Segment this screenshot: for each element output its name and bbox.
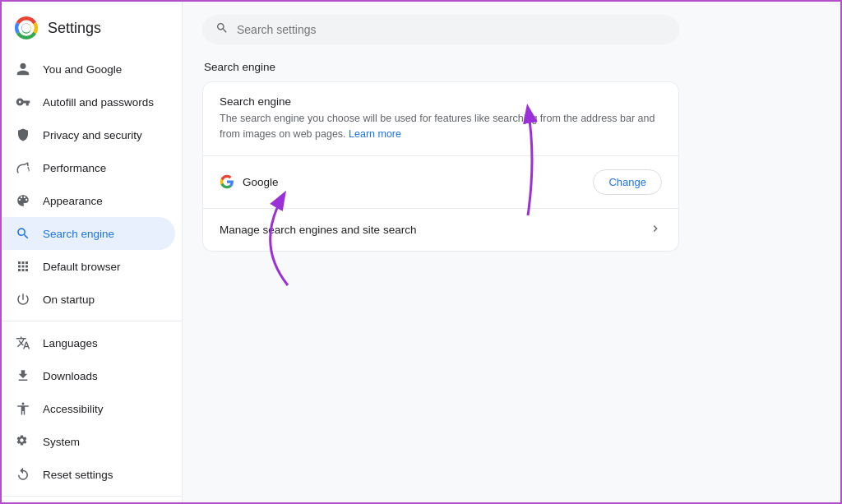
manage-label: Manage search engines and site search (220, 224, 416, 236)
sidebar: Settings You and Google Autofill and pas… (2, 2, 183, 502)
google-g-icon (220, 174, 234, 189)
sidebar-divider-2 (2, 496, 182, 497)
chrome-logo-icon (15, 16, 38, 39)
download-icon (15, 368, 31, 384)
card-section-title: Search engine (220, 95, 662, 108)
sidebar-label-performance: Performance (43, 162, 106, 174)
search-bar (202, 15, 679, 44)
sidebar-item-on-startup[interactable]: On startup (2, 283, 175, 316)
app-title: Settings (48, 20, 101, 37)
search-engine-card: Search engine The search engine you choo… (202, 81, 679, 252)
sidebar-label-on-startup: On startup (43, 294, 95, 306)
sidebar-label-search-engine: Search engine (43, 228, 114, 240)
engine-name: Google (243, 176, 279, 188)
sidebar-item-languages[interactable]: Languages (2, 326, 175, 359)
appearance-icon (15, 192, 31, 209)
card-engine-row: Google Change (220, 169, 662, 195)
sidebar-label-autofill: Autofill and passwords (43, 96, 154, 109)
sidebar-item-search-engine[interactable]: Search engine (2, 217, 175, 250)
card-desc-text: The search engine you choose will be use… (220, 113, 655, 140)
sidebar-item-system[interactable]: System (2, 425, 175, 458)
sidebar-label-reset-settings: Reset settings (43, 469, 113, 481)
sidebar-item-appearance[interactable]: Appearance (2, 184, 175, 217)
sidebar-item-you-and-google[interactable]: You and Google (2, 53, 175, 86)
card-manage-section[interactable]: Manage search engines and site search (203, 208, 678, 251)
refresh-icon (15, 466, 31, 483)
search-bar-container (202, 15, 821, 44)
sidebar-item-default-browser[interactable]: Default browser (2, 250, 175, 283)
accessibility-icon (15, 400, 31, 417)
sidebar-item-autofill[interactable]: Autofill and passwords (2, 86, 175, 118)
main-content: Search engine Search engine The search e… (183, 2, 840, 502)
sidebar-item-privacy[interactable]: Privacy and security (2, 118, 175, 151)
card-info-section: Search engine The search engine you choo… (203, 82, 678, 155)
search-icon (15, 225, 31, 242)
person-icon (15, 61, 31, 77)
sidebar-item-accessibility[interactable]: Accessibility (2, 392, 175, 425)
sidebar-item-extensions[interactable]: Extensions (2, 502, 175, 502)
sidebar-label-downloads: Downloads (43, 370, 98, 382)
change-button[interactable]: Change (593, 169, 662, 195)
sidebar-label-privacy: Privacy and security (43, 129, 142, 141)
power-icon (15, 291, 31, 307)
card-section-desc: The search engine you choose will be use… (220, 111, 662, 142)
app-header: Settings (2, 8, 182, 53)
sidebar-label-you-and-google: You and Google (43, 63, 122, 76)
card-engine-left: Google (220, 174, 279, 189)
sidebar-label-appearance: Appearance (43, 195, 103, 207)
sidebar-label-default-browser: Default browser (43, 261, 121, 273)
sidebar-label-accessibility: Accessibility (43, 403, 104, 415)
shield-icon (15, 127, 31, 143)
browser-icon (15, 258, 31, 275)
sidebar-nav: You and Google Autofill and passwords Pr… (2, 53, 182, 502)
sidebar-item-reset-settings[interactable]: Reset settings (2, 458, 175, 491)
search-input[interactable] (237, 23, 666, 36)
sidebar-item-downloads[interactable]: Downloads (2, 359, 175, 392)
system-icon (15, 433, 31, 450)
section-title: Search engine (202, 61, 821, 73)
svg-point-3 (22, 24, 31, 33)
search-bar-icon (215, 21, 229, 38)
sidebar-label-languages: Languages (43, 337, 98, 349)
manage-row: Manage search engines and site search (220, 222, 662, 238)
chevron-right-icon (649, 222, 662, 238)
gauge-icon (15, 160, 31, 176)
card-engine-section: Google Change (203, 155, 678, 208)
sidebar-divider-1 (2, 321, 182, 321)
sidebar-label-system: System (43, 436, 80, 448)
translate-icon (15, 335, 31, 351)
sidebar-item-performance[interactable]: Performance (2, 151, 175, 184)
key-icon (15, 94, 31, 110)
learn-more-link[interactable]: Learn more (349, 128, 401, 140)
